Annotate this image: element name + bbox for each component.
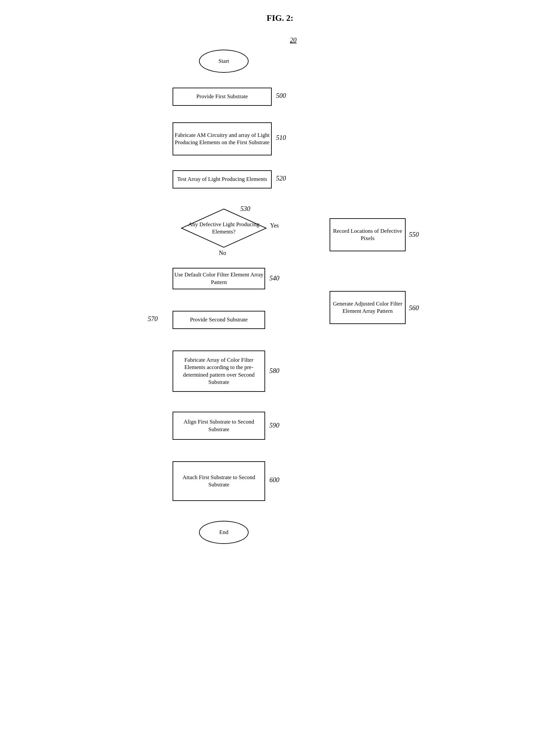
ref-main: 20 <box>290 37 296 44</box>
page: FIG. 2: 20 <box>131 13 429 728</box>
ref-590: 590 <box>269 422 279 429</box>
ref-600: 600 <box>269 476 279 484</box>
step-500: Provide First Substrate <box>172 88 272 106</box>
yes-label: Yes <box>270 222 279 229</box>
step-550: Record Locations of Defective Pixels <box>330 218 406 251</box>
ref-570: 570 <box>148 315 158 323</box>
ref-500: 500 <box>276 92 286 99</box>
ref-540: 540 <box>269 274 279 282</box>
diamond-530-text: Any Defective Light Producing Elements? <box>181 208 267 248</box>
step-520: Test Array of Light Producing Elements <box>172 170 272 189</box>
step-580: Fabricate Array of Color Filter Elements… <box>172 350 265 392</box>
step-530: Any Defective Light Producing Elements? <box>181 208 267 248</box>
ref-530: 530 <box>240 205 250 213</box>
step-590: Align First Substrate to Second Substrat… <box>172 412 265 440</box>
step-560: Generate Adjusted Color Filter Element A… <box>330 291 406 324</box>
ref-550: 550 <box>409 231 419 239</box>
start-node: Start <box>199 50 249 73</box>
ref-520: 520 <box>276 175 286 182</box>
fig-title: FIG. 2: <box>131 13 429 23</box>
no-label: No <box>219 250 226 257</box>
ref-510: 510 <box>276 134 286 141</box>
step-540: Use Default Color Filter Element Array P… <box>172 268 265 289</box>
end-node: End <box>199 521 249 544</box>
step-570: Provide Second Substrate <box>172 311 265 329</box>
ref-560: 560 <box>409 304 419 312</box>
ref-580: 580 <box>269 367 279 375</box>
step-600: Attach First Substrate to Second Substra… <box>172 461 265 501</box>
step-510: Fabricate AM Circuitry and array of Ligh… <box>172 122 272 155</box>
